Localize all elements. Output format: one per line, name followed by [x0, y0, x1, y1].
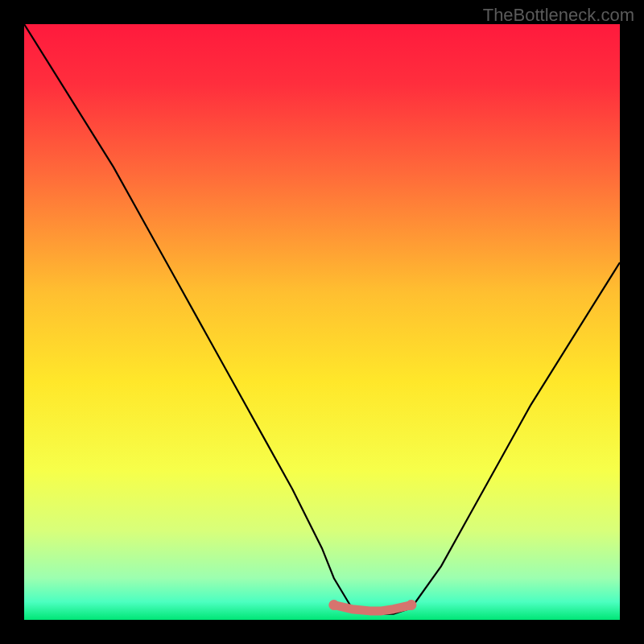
gradient-background: [24, 24, 620, 620]
optimal-band-end-right: [407, 600, 417, 610]
bottleneck-chart: [24, 24, 620, 620]
optimal-band-end-left: [328, 600, 339, 610]
watermark-text: TheBottleneck.com: [483, 5, 634, 26]
chart-plot-area: [24, 24, 620, 620]
